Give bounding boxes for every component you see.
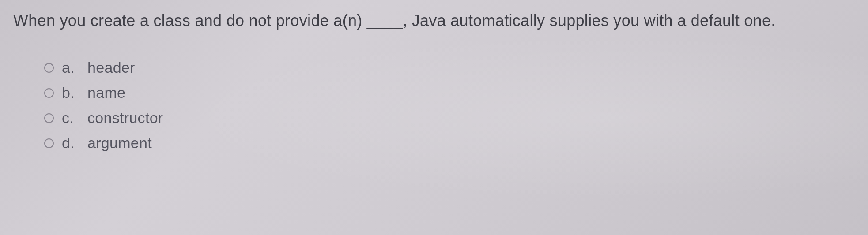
option-text: header bbox=[87, 59, 135, 76]
option-text: name bbox=[87, 84, 125, 101]
option-b[interactable]: b. name bbox=[44, 84, 855, 101]
option-letter: c. bbox=[62, 109, 79, 127]
option-c[interactable]: c. constructor bbox=[44, 109, 855, 127]
radio-icon[interactable] bbox=[44, 113, 54, 123]
radio-icon[interactable] bbox=[44, 63, 54, 73]
option-a[interactable]: a. header bbox=[44, 59, 855, 76]
question-text: When you create a class and do not provi… bbox=[13, 9, 855, 33]
option-letter: d. bbox=[62, 134, 79, 152]
option-text: constructor bbox=[87, 109, 163, 127]
option-text: argument bbox=[87, 134, 152, 152]
radio-icon[interactable] bbox=[44, 88, 54, 98]
options-list: a. header b. name c. constructor d. argu… bbox=[13, 59, 855, 152]
radio-icon[interactable] bbox=[44, 138, 54, 148]
option-letter: a. bbox=[62, 59, 79, 76]
option-d[interactable]: d. argument bbox=[44, 134, 855, 152]
option-letter: b. bbox=[62, 84, 79, 101]
